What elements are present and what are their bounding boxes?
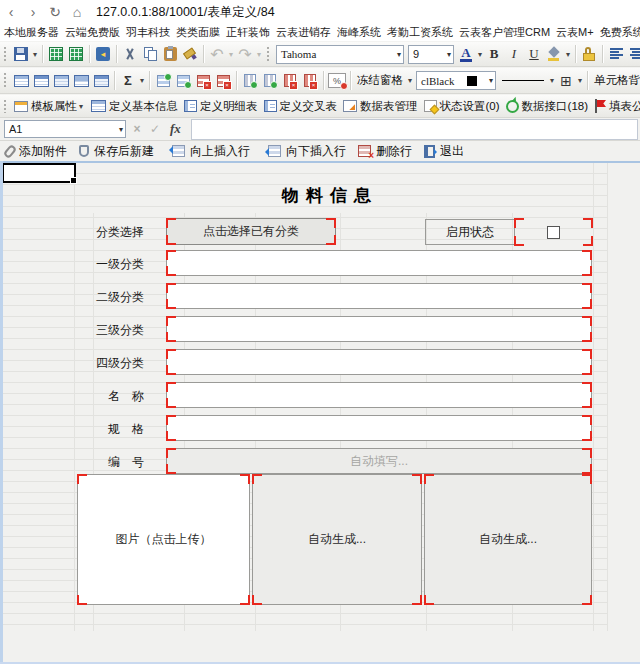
bookmark-item[interactable]: 本地服务器 xyxy=(4,25,59,40)
merge-columns-button[interactable] xyxy=(72,71,90,91)
bookmark-item[interactable]: 云表进销存 xyxy=(276,25,331,40)
select-category-button[interactable]: 点击选择已有分类 xyxy=(166,218,336,245)
redo-button[interactable]: ↷ xyxy=(236,44,254,64)
delete-rows-button[interactable] xyxy=(214,71,232,91)
fill-handle[interactable] xyxy=(70,177,77,184)
copy-button[interactable] xyxy=(141,44,159,64)
font-color-dropdown[interactable]: ▾ xyxy=(476,50,484,59)
merge-cells-button[interactable] xyxy=(12,71,30,91)
delete-row-button[interactable] xyxy=(194,71,212,91)
align-left-button[interactable] xyxy=(607,44,625,64)
freeze-panes-button[interactable]: 冻结窗格 xyxy=(355,71,405,91)
import-excel-button[interactable] xyxy=(47,44,65,64)
insert-row-above-action[interactable]: 向上插入行 xyxy=(166,143,250,160)
italic-button[interactable]: I xyxy=(505,44,523,64)
confirm-entry-button[interactable]: ✓ xyxy=(146,122,164,136)
line-style-dropdown[interactable]: ▾ xyxy=(548,76,556,85)
bookmark-item[interactable]: 免费系统 xyxy=(600,25,640,40)
cell-name-box[interactable]: A1 ▾ xyxy=(4,120,126,138)
merge-across-button[interactable] xyxy=(32,71,50,91)
save-dropdown[interactable]: ▾ xyxy=(31,50,39,59)
define-cross-table-button[interactable]: 定义交叉表 xyxy=(264,99,338,114)
delete-columns-button[interactable] xyxy=(301,71,319,91)
undo-dropdown[interactable]: ▾ xyxy=(227,50,235,59)
address-url[interactable]: 127.0.0.1:88/10001/表单定义/84 xyxy=(96,4,275,21)
bookmark-item[interactable]: 海峰系统 xyxy=(337,25,381,40)
fill-color-dropdown[interactable]: ▾ xyxy=(564,50,572,59)
exit-action[interactable]: 退出 xyxy=(424,143,464,160)
formula-input[interactable] xyxy=(191,119,638,140)
paste-button[interactable] xyxy=(161,44,179,64)
toolbar-grip[interactable] xyxy=(3,72,8,89)
define-basic-info-button[interactable]: 定义基本信息 xyxy=(91,99,178,114)
selected-cell-a1[interactable] xyxy=(2,163,76,183)
toolbar-grip[interactable] xyxy=(3,46,8,62)
spreadsheet-area[interactable]: 物料信息 分类选择 点击选择已有分类 启用状态 一级分类 二级分类 三级分类 四… xyxy=(0,161,640,664)
template-properties-dropdown[interactable]: ▾ xyxy=(77,102,85,111)
freeze-panes-dropdown[interactable]: ▾ xyxy=(406,76,414,85)
insert-column-left-button[interactable] xyxy=(241,71,259,91)
category2-input[interactable] xyxy=(166,283,592,309)
redo-dropdown[interactable]: ▾ xyxy=(255,50,263,59)
borders-button[interactable]: ⊞ xyxy=(557,71,575,91)
borders-dropdown[interactable]: ▾ xyxy=(576,76,584,85)
save-and-new-button[interactable]: 保存后新建 xyxy=(79,143,154,160)
font-color-button[interactable]: A xyxy=(457,44,475,64)
image-upload-field[interactable]: 图片（点击上传） xyxy=(77,474,250,605)
unmerge-cells-button[interactable] xyxy=(92,71,110,91)
enable-status-checkbox[interactable] xyxy=(547,226,560,239)
reload-icon[interactable]: ↻ xyxy=(44,4,66,20)
line-style-button[interactable] xyxy=(499,71,547,91)
home-icon[interactable]: ⌂ xyxy=(66,4,88,20)
back-icon[interactable]: ‹ xyxy=(0,4,22,20)
bold-button[interactable]: B xyxy=(485,44,503,64)
font-name-select[interactable]: Tahoma ▾ xyxy=(276,45,404,64)
define-detail-table-button[interactable]: 定义明细表 xyxy=(184,99,258,114)
delete-row-action[interactable]: 删除行 xyxy=(358,143,412,160)
category4-input[interactable] xyxy=(166,349,592,375)
enable-status-field[interactable] xyxy=(515,219,592,245)
export-excel-button[interactable] xyxy=(67,44,85,64)
sum-button[interactable]: Σ xyxy=(119,71,137,91)
insert-row-above-button[interactable] xyxy=(154,71,172,91)
spec-input[interactable] xyxy=(166,415,592,441)
name-input[interactable] xyxy=(166,382,592,408)
merge-rows-button[interactable] xyxy=(52,71,70,91)
bookmark-item[interactable]: 正轩装饰 xyxy=(226,25,270,40)
fill-formula-button[interactable]: 填表公式(35) xyxy=(594,99,640,114)
bookmark-item[interactable]: 羽丰科技 xyxy=(126,25,170,40)
bookmark-item[interactable]: 考勤工资系统 xyxy=(387,25,453,40)
bookmark-item[interactable]: 云表客户管理CRM xyxy=(459,25,550,40)
forward-icon[interactable]: › xyxy=(22,4,44,20)
font-size-select[interactable]: 9 ▾ xyxy=(408,45,454,64)
lock-cell-button[interactable] xyxy=(580,44,598,64)
exit-design-button[interactable]: ◂ xyxy=(94,44,112,64)
data-table-manage-button[interactable]: 数据表管理 xyxy=(343,99,418,114)
delete-column-button[interactable] xyxy=(281,71,299,91)
underline-button[interactable]: U xyxy=(525,44,543,64)
bookmark-item[interactable]: 云表M+ xyxy=(556,25,594,40)
category3-input[interactable] xyxy=(166,316,592,342)
align-center-button[interactable] xyxy=(627,44,640,64)
cell-background-image-button[interactable]: 单元格背景图 xyxy=(592,71,640,91)
number-format-button[interactable]: % xyxy=(328,71,346,91)
border-color-select[interactable]: clBlack ▾ xyxy=(416,71,496,90)
insert-row-below-action[interactable]: 向下插入行 xyxy=(262,143,346,160)
add-attachment-button[interactable]: 添加附件 xyxy=(6,143,67,160)
undo-button[interactable]: ↶ xyxy=(208,44,226,64)
category1-input[interactable] xyxy=(166,250,592,276)
data-interface-button[interactable]: 数据接口(18) xyxy=(506,99,588,114)
toolbar-grip[interactable] xyxy=(3,99,8,113)
sum-dropdown[interactable]: ▾ xyxy=(138,76,146,85)
cut-button[interactable] xyxy=(121,44,139,64)
cancel-entry-button[interactable]: × xyxy=(128,122,146,136)
toolbar-grip[interactable] xyxy=(266,46,271,62)
insert-column-right-button[interactable] xyxy=(261,71,279,91)
fill-color-button[interactable] xyxy=(545,44,563,64)
save-button[interactable] xyxy=(12,44,30,64)
template-properties-button[interactable]: 模板属性 ▾ xyxy=(14,99,85,114)
format-painter-button[interactable] xyxy=(181,44,199,64)
bookmark-item[interactable]: 云端免费版 xyxy=(65,25,120,40)
bookmark-item[interactable]: 类类面膜 xyxy=(176,25,220,40)
insert-row-below-button[interactable] xyxy=(174,71,192,91)
